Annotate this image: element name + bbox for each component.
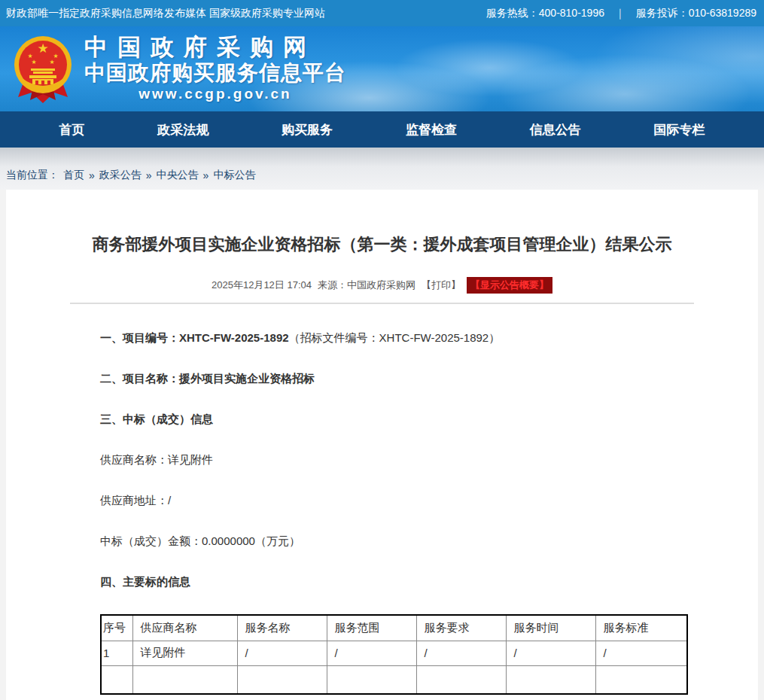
site-slogan: 财政部唯一指定政府采购信息网络发布媒体 国家级政府采购专业网站 xyxy=(6,7,325,20)
cell-service-scope: / xyxy=(327,641,416,665)
article-title: 商务部援外项目实施企业资格招标（第一类：援外成套项目管理企业）结果公示 xyxy=(6,233,758,256)
column-header-service-standard: 服务标准 xyxy=(595,615,687,641)
article-source: 来源：中国政府采购网 xyxy=(318,278,415,292)
service-complaint: 服务投诉：010-63819289 xyxy=(636,7,756,20)
cell-seq: 1 xyxy=(101,641,132,665)
column-header-supplier: 供应商名称 xyxy=(132,615,237,641)
paragraph-project-name: 二、项目名称：援外项目实施企业资格招标 xyxy=(100,370,686,386)
award-result-table: 序号 供应商名称 服务名称 服务范围 服务要求 服务时间 服务标准 1 详见附件… xyxy=(100,614,688,695)
main-nav: 首页 政采法规 购买服务 监督检查 信息公告 国际专栏 xyxy=(0,111,764,148)
show-summary-button[interactable]: 【显示公告概要】 xyxy=(467,277,552,294)
site-banner: ★ ★ ★ ★ ★ 中国政府采购网 中国政府购买服务信息平台 www.ccgp.… xyxy=(0,26,764,111)
top-service-bar: 财政部唯一指定政府采购信息网络发布媒体 国家级政府采购专业网站 服务热线：400… xyxy=(0,0,764,26)
paragraph-project-number: 一、项目编号：XHTC-FW-2025-1892（招标文件编号：XHTC-FW-… xyxy=(100,330,686,345)
nav-item-supervision[interactable]: 监督检查 xyxy=(406,121,457,138)
column-header-seq: 序号 xyxy=(101,615,132,641)
service-hotline: 服务热线：400-810-1996 xyxy=(486,7,604,20)
nav-item-announcements[interactable]: 信息公告 xyxy=(530,121,581,138)
column-header-service-scope: 服务范围 xyxy=(327,615,416,641)
print-button[interactable]: 【打印】 xyxy=(422,278,461,292)
article-panel: 商务部援外项目实施企业资格招标（第一类：援外成套项目管理企业）结果公示 2025… xyxy=(6,190,758,700)
svg-text:★: ★ xyxy=(49,59,54,65)
column-header-service-time: 服务时间 xyxy=(506,615,595,641)
publish-datetime: 2025年12月12日 17:04 xyxy=(212,278,312,292)
paragraph-award-amount: 中标（成交）金额：0.0000000（万元） xyxy=(100,533,686,549)
topbar-divider: ｜ xyxy=(615,7,626,20)
article-body: 一、项目编号：XHTC-FW-2025-1892（招标文件编号：XHTC-FW-… xyxy=(6,304,758,695)
cell-service-standard: / xyxy=(595,641,687,665)
cell-service-time: / xyxy=(506,641,595,665)
nav-item-home[interactable]: 首页 xyxy=(59,121,84,138)
site-subtitle: 中国政府购买服务信息平台 xyxy=(84,60,346,85)
nav-item-international[interactable]: 国际专栏 xyxy=(654,121,705,138)
cell-service-name: / xyxy=(237,641,327,665)
breadcrumb-home[interactable]: 首页 xyxy=(63,169,84,182)
svg-text:★: ★ xyxy=(31,59,36,65)
breadcrumb-separator: » xyxy=(203,169,209,181)
breadcrumb-award-announcements[interactable]: 中标公告 xyxy=(213,169,255,182)
breadcrumb: 当前位置： 首页 » 政采公告 » 中央公告 » 中标公告 xyxy=(0,169,255,190)
site-url: www.ccgp.gov.cn xyxy=(84,85,346,103)
column-header-service-name: 服务名称 xyxy=(237,615,327,641)
table-row-empty xyxy=(101,665,687,694)
paragraph-supplier-name: 供应商名称：详见附件 xyxy=(100,452,686,467)
breadcrumb-central-announcements[interactable]: 中央公告 xyxy=(157,169,199,182)
breadcrumb-strip: 当前位置： 首页 » 政采公告 » 中央公告 » 中标公告 xyxy=(0,148,764,190)
breadcrumb-separator: » xyxy=(146,169,152,181)
national-emblem-icon: ★ ★ ★ ★ ★ xyxy=(11,34,75,108)
table-header-row: 序号 供应商名称 服务名称 服务范围 服务要求 服务时间 服务标准 xyxy=(101,615,687,641)
nav-item-regulations[interactable]: 政采法规 xyxy=(157,121,209,138)
paragraph-supplier-address: 供应商地址：/ xyxy=(100,492,686,508)
nav-item-purchase-services[interactable]: 购买服务 xyxy=(282,121,333,138)
column-header-service-requirements: 服务要求 xyxy=(416,615,506,641)
cell-service-requirements: / xyxy=(416,641,506,665)
paragraph-main-subject-heading: 四、主要标的信息 xyxy=(100,574,686,589)
breadcrumb-separator: » xyxy=(89,169,95,181)
article-meta: 2025年12月12日 17:04 来源：中国政府采购网 【打印】 【显示公告概… xyxy=(6,277,758,294)
site-name: 中国政府采购网 xyxy=(84,35,346,60)
table-row: 1 详见附件 / / / / / xyxy=(101,641,687,665)
paragraph-award-info-heading: 三、中标（成交）信息 xyxy=(100,411,686,427)
svg-text:★: ★ xyxy=(37,41,48,56)
site-logo-text: 中国政府采购网 中国政府购买服务信息平台 www.ccgp.gov.cn xyxy=(84,35,346,103)
cell-supplier: 详见附件 xyxy=(132,641,237,665)
breadcrumb-procurement-announcements[interactable]: 政采公告 xyxy=(99,169,142,182)
breadcrumb-label: 当前位置： xyxy=(6,169,59,182)
